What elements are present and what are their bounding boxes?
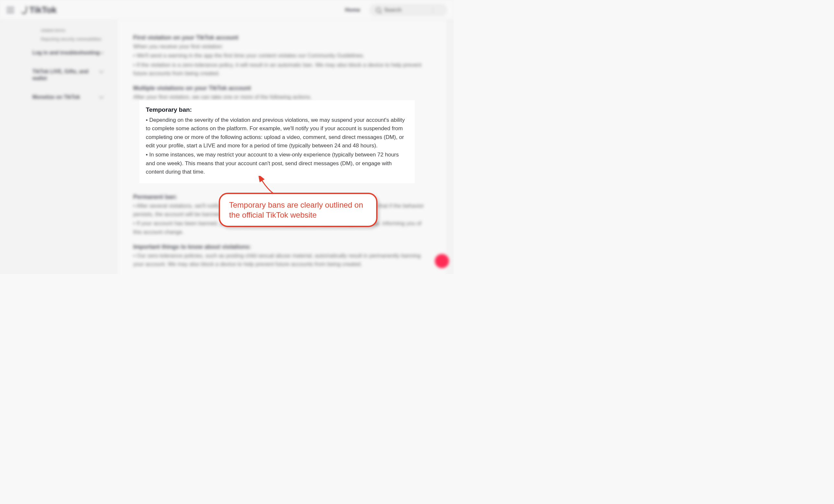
- search-label: Search: [384, 7, 401, 13]
- bullet: • In some instances, we may restrict you…: [146, 151, 408, 176]
- bullet: • Depending on the severity of the viola…: [146, 116, 408, 150]
- chevron-down-icon: [100, 50, 104, 55]
- highlighted-temporary-ban-section: Temporary ban: • Depending on the severi…: [139, 100, 415, 183]
- chevron-down-icon: [100, 95, 104, 99]
- sidebar-sub-item[interactable]: related terms: [32, 26, 113, 35]
- paragraph: When you receive your first violation:: [133, 42, 431, 51]
- sidebar-item-live[interactable]: TikTok LIVE, Gifts, and wallet: [32, 62, 113, 88]
- heading-important: Important things to know about violation…: [133, 244, 431, 250]
- tiktok-note-icon: [20, 6, 27, 14]
- annotation-text: Temporary bans are clearly outlined on t…: [229, 201, 363, 219]
- menu-icon[interactable]: [6, 7, 14, 13]
- heading-multiple-violations: Multiple violations on your TikTok accou…: [133, 85, 431, 92]
- bullet: • Our zero-tolerance policies, such as p…: [133, 252, 431, 269]
- search-icon: [376, 7, 381, 13]
- sidebar-item-label: TikTok LIVE, Gifts, and wallet: [32, 68, 100, 82]
- sidebar-sub-item[interactable]: Reporting security vulnerabilities: [32, 35, 113, 43]
- brand-text: TikTok: [29, 5, 57, 15]
- nav-home-link[interactable]: Home: [345, 7, 360, 13]
- sidebar-item-label: Log in and troubleshooting: [32, 49, 100, 56]
- brand-logo[interactable]: TikTok: [20, 5, 57, 15]
- bullet: • If the violation is a zero-tolerance p…: [133, 61, 431, 78]
- sidebar-item-label: Monetize on TikTok: [32, 94, 80, 101]
- bullet: • We'll send a warning in the app the fi…: [133, 51, 431, 60]
- accessibility-fab-icon[interactable]: [435, 254, 449, 268]
- chevron-down-icon: [100, 69, 104, 74]
- help-sidebar: related terms Reporting security vulnera…: [6, 20, 117, 274]
- sidebar-item-monetize[interactable]: Monetize on TikTok: [32, 88, 113, 107]
- search-input[interactable]: Search: [369, 4, 447, 16]
- app-header: TikTok Home Search: [0, 0, 454, 20]
- heading-first-violation: First violation on your TikTok account: [133, 35, 431, 41]
- sidebar-item-login[interactable]: Log in and troubleshooting: [32, 43, 113, 62]
- heading-temporary-ban: Temporary ban:: [146, 106, 408, 113]
- annotation-callout: Temporary bans are clearly outlined on t…: [219, 193, 377, 227]
